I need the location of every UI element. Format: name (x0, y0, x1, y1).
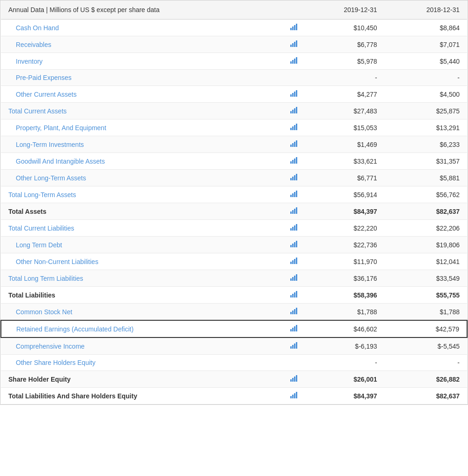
bar-chart-icon[interactable] (290, 40, 297, 47)
header-label: Annual Data | Millions of US $ except pe… (1, 0, 285, 20)
value-2018: $13,291 (385, 119, 467, 136)
bar-chart-icon[interactable] (290, 24, 297, 30)
row-icon-cell[interactable] (285, 53, 302, 70)
row-label: Total Liabilities (1, 287, 285, 304)
value-2018: $-5,545 (385, 337, 467, 355)
row-icon-cell[interactable] (285, 20, 302, 36)
row-label: Long Term Debt (1, 237, 285, 253)
table-row: Other Non-Current Liabilities $11,970$12… (1, 253, 467, 270)
bar-chart-icon[interactable] (290, 274, 297, 281)
row-label: Long-Term Investments (1, 136, 285, 153)
table-row: Long-Term Investments $1,469$6,233 (1, 136, 467, 153)
bar-chart-icon[interactable] (290, 241, 297, 247)
row-icon-cell[interactable] (285, 287, 302, 304)
row-label: Total Current Liabilities (1, 220, 285, 237)
table-row: Property, Plant, And Equipment $15,053$1… (1, 119, 467, 136)
row-icon-cell[interactable] (285, 355, 302, 371)
table-row: Pre-Paid Expenses-- (1, 70, 467, 86)
row-icon-cell[interactable] (285, 103, 302, 119)
row-label: Inventory (1, 53, 285, 70)
table-row: Total Long-Term Assets $56,914$56,762 (1, 186, 467, 203)
table-row: Total Current Liabilities $22,220$22,206 (1, 220, 467, 237)
bar-chart-icon[interactable] (290, 325, 297, 331)
row-icon-cell[interactable] (285, 320, 302, 337)
bar-chart-icon[interactable] (290, 191, 297, 197)
row-icon-cell[interactable] (285, 237, 302, 253)
value-2018: - (385, 355, 467, 371)
bar-chart-icon[interactable] (290, 124, 297, 130)
value-2019: - (302, 355, 384, 371)
bar-chart-icon[interactable] (290, 90, 297, 97)
bar-chart-icon[interactable] (290, 291, 297, 298)
row-icon-cell[interactable] (285, 253, 302, 270)
row-icon-cell[interactable] (285, 136, 302, 153)
row-label: Other Non-Current Liabilities (1, 253, 285, 270)
row-icon-cell[interactable] (285, 304, 302, 321)
value-2019: $-6,193 (302, 337, 384, 355)
bar-chart-icon[interactable] (290, 375, 297, 382)
bar-chart-icon[interactable] (290, 207, 297, 214)
row-icon-cell[interactable] (285, 371, 302, 388)
value-2019: $22,220 (302, 220, 384, 237)
row-label: Goodwill And Intangible Assets (1, 153, 285, 170)
table-row: Cash On Hand $10,450$8,864 (1, 20, 467, 36)
value-2018: $22,206 (385, 220, 467, 237)
bar-chart-icon[interactable] (290, 57, 297, 64)
value-2019: $1,469 (302, 136, 384, 153)
table-row: Goodwill And Intangible Assets $33,621$3… (1, 153, 467, 170)
row-icon-cell[interactable] (285, 36, 302, 53)
row-icon-cell[interactable] (285, 170, 302, 186)
row-icon-cell[interactable] (285, 119, 302, 136)
bar-chart-icon[interactable] (290, 392, 297, 398)
row-label: Other Current Assets (1, 86, 285, 103)
row-label: Cash On Hand (1, 20, 285, 36)
value-2018: $19,806 (385, 237, 467, 253)
table-row: Total Liabilities $58,396$55,755 (1, 287, 467, 304)
value-2018: $26,882 (385, 371, 467, 388)
row-icon-cell[interactable] (285, 186, 302, 203)
value-2019: $84,397 (302, 388, 384, 404)
row-label: Total Long Term Liabilities (1, 270, 285, 287)
value-2018: $6,233 (385, 136, 467, 153)
row-label: Other Share Holders Equity (1, 355, 285, 371)
row-icon-cell[interactable] (285, 153, 302, 170)
table-row: Retained Earnings (Accumulated Deficit) … (1, 320, 467, 337)
value-2018: $8,864 (385, 20, 467, 36)
value-2019: $6,771 (302, 170, 384, 186)
bar-chart-icon[interactable] (290, 107, 297, 113)
bar-chart-icon[interactable] (290, 224, 297, 231)
row-icon-cell[interactable] (285, 337, 302, 355)
bar-chart-icon[interactable] (290, 258, 297, 264)
table-row: Inventory $5,978$5,440 (1, 53, 467, 70)
value-2018: $56,762 (385, 186, 467, 203)
bar-chart-icon[interactable] (290, 308, 297, 314)
value-2018: $5,440 (385, 53, 467, 70)
value-2019: $15,053 (302, 119, 384, 136)
row-icon-cell[interactable] (285, 203, 302, 220)
table-row: Total Long Term Liabilities $36,176$33,5… (1, 270, 467, 287)
header-2019: 2019-12-31 (302, 0, 384, 20)
value-2018: $55,755 (385, 287, 467, 304)
value-2019: $5,978 (302, 53, 384, 70)
value-2019: $26,001 (302, 371, 384, 388)
value-2018: $33,549 (385, 270, 467, 287)
bar-chart-icon[interactable] (290, 174, 297, 180)
row-label: Common Stock Net (1, 304, 285, 321)
value-2018: $25,875 (385, 103, 467, 119)
row-icon-cell[interactable] (285, 86, 302, 103)
row-label: Retained Earnings (Accumulated Deficit) (1, 320, 285, 337)
row-label: Other Long-Term Assets (1, 170, 285, 186)
header-icon-col (285, 0, 302, 20)
value-2018: $31,357 (385, 153, 467, 170)
row-icon-cell[interactable] (285, 270, 302, 287)
row-label: Total Assets (1, 203, 285, 220)
bar-chart-icon[interactable] (290, 342, 297, 349)
bar-chart-icon[interactable] (290, 157, 297, 164)
value-2018: $42,579 (385, 320, 467, 337)
value-2019: $27,483 (302, 103, 384, 119)
bar-chart-icon[interactable] (290, 140, 297, 147)
value-2019: $1,788 (302, 304, 384, 321)
row-icon-cell[interactable] (285, 220, 302, 237)
row-icon-cell[interactable] (285, 70, 302, 86)
row-icon-cell[interactable] (285, 388, 302, 404)
